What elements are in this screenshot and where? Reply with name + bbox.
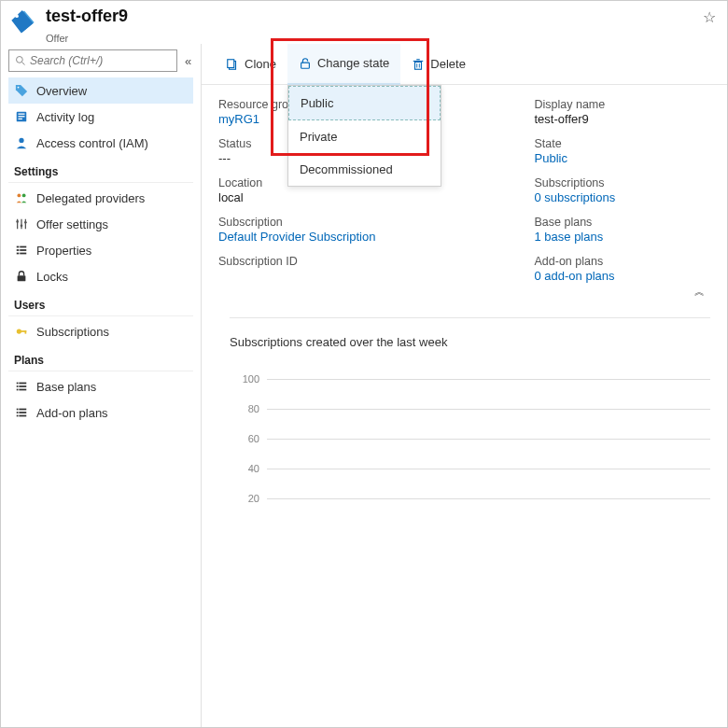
svg-point-14 [16,220,19,223]
svg-rect-42 [415,62,422,69]
nav-label: Delegated providers [36,191,145,205]
svg-rect-32 [19,389,26,391]
prop-display-name: Display name test-offer9 [479,98,711,126]
nav-locks[interactable]: Locks [8,263,193,289]
search-input-wrap[interactable] [8,49,177,72]
svg-rect-38 [19,415,26,417]
chart-container: Subscriptions created over the last week… [230,317,710,513]
nav-label: Subscriptions [36,325,109,339]
prop-label: State [535,137,711,150]
unlock-icon [299,57,312,70]
y-tick: 20 [230,493,267,504]
svg-rect-30 [19,385,26,387]
nav-label: Properties [36,244,91,258]
trash-icon [412,58,425,71]
change-state-button[interactable]: Change state [287,44,400,85]
svg-point-3 [18,87,20,89]
dropdown-item-decommissioned[interactable]: Decommissioned [288,153,441,186]
prop-subscription-id: Subscription ID [218,255,451,283]
page-subtitle: Offer [46,33,718,44]
nav-addon-plans[interactable]: Add-on plans [8,399,193,426]
chart-title: Subscriptions created over the last week [230,335,710,349]
collapse-essentials-button[interactable]: ︽ [202,283,727,299]
addon-plans-link[interactable]: 0 add-on plans [535,269,711,283]
offer-icon [10,7,36,35]
prop-state: State Public [479,137,711,165]
nav-activity-log[interactable]: Activity log [8,104,193,130]
nav-properties[interactable]: Properties [8,237,193,263]
svg-rect-41 [301,63,310,68]
gridline [267,409,710,410]
subscriptions-link[interactable]: 0 subscriptions [535,190,711,204]
svg-rect-29 [17,385,19,387]
properties-grid: Resource group myRG1 Display name test-o… [202,85,727,283]
base-plans-link[interactable]: 1 base plans [535,230,711,244]
svg-rect-37 [17,415,19,417]
prop-subscription: Subscription Default Provider Subscripti… [218,216,451,244]
change-state-dropdown: Public Private Decommissioned [287,85,441,187]
collapse-sidebar-button[interactable]: « [183,54,193,68]
search-input[interactable] [30,54,171,67]
y-tick: 40 [230,463,267,474]
nav-label: Add-on plans [36,406,108,420]
nav-label: Base plans [36,380,96,394]
toolbar-label: Clone [245,57,276,71]
dropdown-item-private[interactable]: Private [288,120,441,153]
subscription-link[interactable]: Default Provider Subscription [218,230,451,244]
gridline [267,439,710,440]
svg-line-2 [22,63,25,65]
prop-label: Subscription ID [218,255,451,268]
main-content: Clone Change state Public Private Decomm… [202,44,727,727]
svg-rect-19 [17,249,20,251]
prop-label: Add-on plans [535,255,711,268]
delegated-icon [14,191,29,204]
svg-rect-18 [20,246,26,248]
section-header-users: Users [8,289,193,316]
state-link[interactable]: Public [535,151,711,165]
prop-value: test-offer9 [535,112,711,126]
properties-icon [14,244,29,257]
svg-rect-31 [17,389,19,391]
y-tick: 80 [230,403,267,414]
svg-point-10 [22,193,26,197]
nav-offer-settings[interactable]: Offer settings [8,211,193,237]
svg-rect-33 [17,409,19,411]
nav-delegated-providers[interactable]: Delegated providers [8,185,193,211]
toolbar-label: Change state [317,56,389,70]
svg-rect-21 [17,253,20,255]
prop-addon-plans: Add-on plans 0 add-on plans [479,255,711,283]
nav-overview[interactable]: Overview [8,77,193,104]
gridline [267,498,710,499]
prop-base-plans: Base plans 1 base plans [479,216,711,244]
svg-point-8 [19,138,23,143]
nav-subscriptions[interactable]: Subscriptions [8,318,193,344]
favorite-button[interactable]: ☆ [703,8,716,26]
prop-label: Display name [535,98,711,111]
svg-rect-20 [20,249,26,251]
clone-button[interactable]: Clone [215,44,287,85]
dropdown-item-public[interactable]: Public [288,86,441,120]
svg-rect-6 [19,116,25,117]
nav-access-control[interactable]: Access control (IAM) [8,130,193,156]
svg-rect-34 [19,409,26,411]
gridline [267,379,710,380]
svg-rect-27 [17,383,19,385]
prop-label: Base plans [535,216,711,229]
prop-label: Subscriptions [535,176,711,189]
prop-value: local [218,190,451,204]
page-header: test-offer9 Offer ☆ [1,1,727,44]
nav-base-plans[interactable]: Base plans [8,373,193,399]
activity-log-icon [14,110,29,123]
list-icon [14,380,29,393]
delete-button[interactable]: Delete [400,44,477,85]
nav-label: Access control (IAM) [36,136,148,150]
tag-icon [14,84,29,97]
gridline [267,469,710,469]
toolbar-label: Delete [430,57,466,71]
svg-rect-35 [17,412,19,413]
svg-rect-5 [19,114,25,115]
section-header-plans: Plans [8,344,193,371]
nav-label: Offer settings [36,217,108,231]
person-icon [14,136,29,149]
subscriptions-chart: 100 80 60 40 20 [230,364,710,513]
